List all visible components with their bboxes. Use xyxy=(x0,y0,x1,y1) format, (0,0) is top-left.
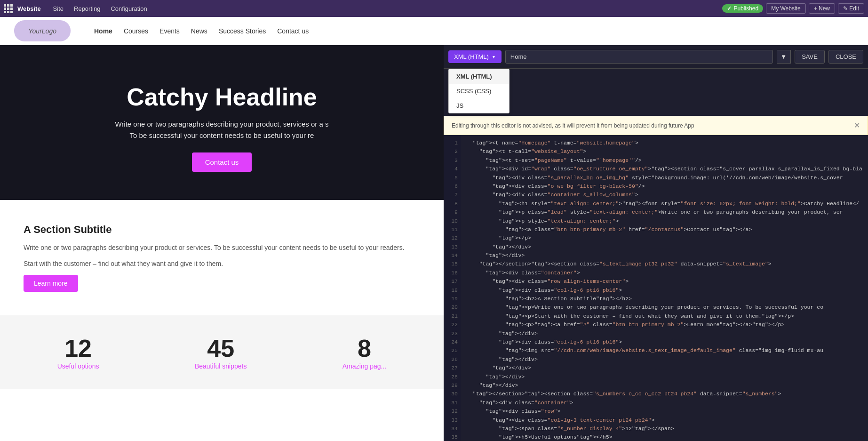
text-column: A Section Subtitle Write one or two para… xyxy=(24,224,420,292)
learn-more-button[interactable]: Learn more xyxy=(24,275,78,292)
page-name-input[interactable] xyxy=(505,50,773,64)
admin-bar: Website Site Reporting Configuration Pub… xyxy=(0,0,868,17)
section-body-1: Write one or two paragraphs describing y… xyxy=(24,242,420,253)
published-label: Published xyxy=(733,5,758,12)
text-image-section: A Section Subtitle Write one or two para… xyxy=(0,200,444,315)
site-content: Catchy Headline Write one or two paragra… xyxy=(0,45,444,441)
nav-contact[interactable]: Contact us xyxy=(277,27,309,35)
nav-success-stories[interactable]: Success Stories xyxy=(219,27,266,35)
section-subtitle: A Section Subtitle xyxy=(24,224,420,236)
hero-section: Catchy Headline Write one or two paragra… xyxy=(0,45,444,200)
warning-banner: Editing through this editor is not advis… xyxy=(444,116,868,135)
admin-menu-reporting[interactable]: Reporting xyxy=(70,0,104,17)
input-arrow-button[interactable]: ▼ xyxy=(777,50,791,64)
dropdown-item-scss[interactable]: SCSS (CSS) xyxy=(449,84,509,98)
format-dropdown-button[interactable]: XML (HTML) xyxy=(448,50,502,63)
number-label-0: Useful options xyxy=(57,362,99,370)
nav-links: Home Courses Events News Success Stories… xyxy=(85,27,854,35)
logo-text: YourLogo xyxy=(28,27,56,35)
close-button[interactable]: CLOSE xyxy=(828,50,863,64)
dropdown-item-xml[interactable]: XML (HTML) xyxy=(449,69,509,84)
number-value-0: 12 xyxy=(57,334,99,362)
admin-menu-site[interactable]: Site xyxy=(49,0,67,17)
site-nav: YourLogo Home Courses Events News Succes… xyxy=(0,17,868,45)
warning-close-button[interactable]: ✕ xyxy=(854,121,860,130)
number-label-1: Beautiful snippets xyxy=(195,362,247,370)
edit-button[interactable]: ✎ Edit xyxy=(838,3,864,14)
warning-text: Editing through this editor is not advis… xyxy=(452,122,694,129)
code-panel: XML (HTML) ▼ SAVE CLOSE XML (HTML) SCSS … xyxy=(444,45,868,441)
dropdown-item-js[interactable]: JS xyxy=(449,98,509,113)
main-area: Catchy Headline Write one or two paragra… xyxy=(0,45,868,441)
hero-subtitle-1: Write one or two paragraphs describing y… xyxy=(19,119,425,130)
numbers-row: 12 Useful options 45 Beautiful snippets … xyxy=(9,334,434,370)
number-item-2: 8 Amazing pag... xyxy=(342,334,386,370)
nav-courses[interactable]: Courses xyxy=(124,27,148,35)
published-badge[interactable]: Published xyxy=(722,4,763,13)
hero-title: Catchy Headline xyxy=(19,83,425,111)
number-value-2: 8 xyxy=(342,334,386,362)
nav-events[interactable]: Events xyxy=(159,27,180,35)
hero-subtitle-2: To be successful your content needs to b… xyxy=(19,130,425,141)
format-dropdown-menu: XML (HTML) SCSS (CSS) JS xyxy=(448,69,510,113)
app-name: Website xyxy=(17,5,41,12)
number-label-2: Amazing pag... xyxy=(342,362,386,370)
number-value-1: 45 xyxy=(195,334,247,362)
code-toolbar: XML (HTML) ▼ SAVE CLOSE xyxy=(444,45,868,69)
number-item-1: 45 Beautiful snippets xyxy=(195,334,247,370)
new-button[interactable]: + New xyxy=(809,3,835,14)
code-content[interactable]: "tag"><t name="Homepage" t-name="website… xyxy=(461,135,868,441)
nav-home[interactable]: Home xyxy=(94,27,112,35)
section-body-2: Start with the customer – find out what … xyxy=(24,258,420,269)
numbers-section: 12 Useful options 45 Beautiful snippets … xyxy=(0,315,444,389)
my-website-button[interactable]: My Website xyxy=(766,3,805,14)
hero-cta-button[interactable]: Contact us xyxy=(192,152,252,172)
grid-icon[interactable] xyxy=(4,4,13,13)
number-item-0: 12 Useful options xyxy=(57,334,99,370)
line-numbers: 1234567891011121314151617181920212223242… xyxy=(444,135,461,441)
nav-news[interactable]: News xyxy=(191,27,207,35)
save-button[interactable]: SAVE xyxy=(795,50,825,64)
admin-menu-configuration[interactable]: Configuration xyxy=(107,0,151,17)
code-view[interactable]: 1234567891011121314151617181920212223242… xyxy=(444,135,868,441)
site-logo: YourLogo xyxy=(14,20,71,41)
